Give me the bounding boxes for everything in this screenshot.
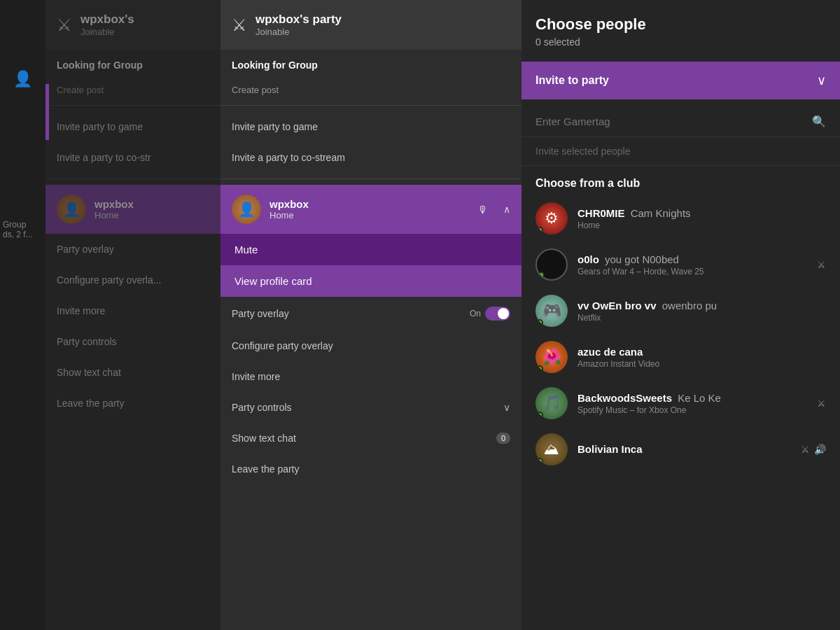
chevron-up-icon[interactable]: ∧ (503, 204, 510, 215)
friend-icons: ⚔ (817, 259, 826, 270)
right-panel: Choose people 0 selected Invite to party… (522, 0, 840, 630)
panel2-icon: ⚔ (232, 15, 247, 35)
friend-detail: Netflix (578, 313, 826, 323)
panel2-configure-overlay[interactable]: Configure party overlay (220, 330, 522, 361)
panel2-user-status: Home (270, 210, 309, 220)
toggle-switch[interactable] (485, 307, 510, 321)
panel1-divider (46, 105, 220, 106)
right-panel-header: Choose people 0 selected (522, 0, 840, 55)
panel1-leave-party[interactable]: Leave the party (46, 388, 220, 419)
friend-avatar: 🌺 (536, 341, 568, 373)
friend-item[interactable]: 🌺 azuc de cana Amazon Instant Video (522, 334, 840, 380)
invite-selected-label[interactable]: Invite selected people (522, 137, 840, 166)
panel2-avatar: 👤 (232, 195, 261, 224)
panel1-party-controls[interactable]: Party controls (46, 326, 220, 357)
friend-detail: Spotify Music – for Xbox One (578, 405, 807, 415)
panel-1: ⚔ wpxbox's Joinable Looking for Group Cr… (46, 0, 220, 630)
friend-avatar: ⚙ (536, 202, 568, 234)
panel1-create-post[interactable]: Create post (46, 80, 220, 99)
panel2-create-post[interactable]: Create post (220, 80, 522, 99)
friend-name: vv OwEn bro vv owenbro pu (578, 300, 826, 312)
panel2-header: ⚔ wpxbox's party Joinable (220, 0, 522, 50)
panel1-configure-overlay[interactable]: Configure party overla... (46, 265, 220, 295)
toggle-on-label: On (470, 309, 481, 318)
panel1-invite-more[interactable]: Invite more (46, 295, 220, 326)
nav-player-icon[interactable]: 👤 (0, 56, 46, 102)
panel-2: ⚔ wpxbox's party Joinable Looking for Gr… (220, 0, 522, 630)
friend-avatar: 🎵 (536, 387, 568, 419)
panel2-subtitle: Joinable (255, 27, 342, 37)
panel1-user-status: Home (94, 210, 134, 220)
invite-dropdown-label: Invite to party (536, 74, 609, 87)
friend-item[interactable]: 🎮 vv OwEn bro vv owenbro pu Netflix (522, 288, 840, 334)
online-dot (536, 227, 543, 234)
friend-name: o0lo you got N00bed (578, 253, 807, 265)
panel2-divider (220, 105, 522, 106)
friends-list: ⚙ CHR0MIE Cam Knights Home o0lo you got … (522, 195, 840, 472)
online-dot (536, 365, 543, 372)
context-mute[interactable]: Mute (220, 234, 522, 265)
panel1-icon: ⚔ (57, 15, 72, 35)
online-dot (536, 319, 543, 326)
gamertag-input[interactable] (536, 115, 805, 127)
invite-dropdown[interactable]: Invite to party ∨ (522, 62, 840, 99)
panel2-show-text-chat[interactable]: Show text chat 0 (220, 423, 522, 454)
panel1-header: ⚔ wpxbox's Joinable (46, 0, 220, 50)
online-dot (538, 272, 545, 279)
friend-name: Bolivian Inca (578, 443, 791, 455)
chevron-down-icon: ∨ (817, 73, 826, 88)
friend-item[interactable]: o0lo you got N00bed Gears of War 4 – Hor… (522, 241, 840, 288)
panel2-invite-party-game[interactable]: Invite party to game (220, 111, 522, 142)
toggle-overlay[interactable]: On (470, 307, 510, 321)
player-nav-icon: 👤 (13, 70, 32, 88)
friend-detail: Amazon Instant Video (578, 359, 826, 369)
online-dot (536, 458, 543, 465)
friend-item[interactable]: 🎵 BackwoodsSweets Ke Lo Ke Spotify Music… (522, 380, 840, 426)
panel2-divider2 (220, 178, 522, 179)
group-info-left: Group ds, 2 f... (0, 217, 46, 242)
right-panel-title: Choose people (536, 15, 826, 34)
panel2-invite-co-stream[interactable]: Invite a party to co-stream (220, 142, 522, 173)
friend-avatar: 🎮 (536, 295, 568, 327)
friend-icons: ⚔ 🔊 (801, 444, 826, 455)
mic-icon: 🎙 (477, 204, 488, 216)
friend-name: CHR0MIE Cam Knights (578, 207, 826, 219)
panel2-party-controls[interactable]: Party controls ∨ (220, 392, 522, 423)
panel1-invite-co-stream[interactable]: Invite a party to co-str (46, 142, 220, 173)
friend-avatar (536, 248, 568, 281)
panel1-subtitle: Joinable (80, 27, 134, 37)
panel1-divider2 (46, 178, 220, 179)
panel2-leave-party[interactable]: Leave the party (220, 454, 522, 484)
active-indicator (46, 84, 49, 140)
panel2-user-card[interactable]: 👤 wpxbox Home 🎙 ∧ (220, 185, 522, 234)
panel2-invite-more[interactable]: Invite more (220, 361, 522, 392)
panel2-party-overlay-label: Party overlay (232, 308, 289, 319)
friend-avatar: ⛰ (536, 433, 568, 465)
friend-name: BackwoodsSweets Ke Lo Ke (578, 392, 807, 404)
panel2-party-overlay-row[interactable]: Party overlay On (220, 297, 522, 330)
friend-detail: Gears of War 4 – Horde, Wave 25 (578, 267, 807, 276)
panel1-user-card[interactable]: 👤 wpxbox Home (46, 185, 220, 234)
panel1-show-text-chat[interactable]: Show text chat (46, 357, 220, 388)
friend-item[interactable]: ⚙ CHR0MIE Cam Knights Home (522, 195, 840, 241)
gamertag-row[interactable]: 🔍 (522, 106, 840, 137)
right-panel-subtitle: 0 selected (536, 36, 826, 48)
panel2-title: wpxbox's party (255, 13, 342, 27)
chat-badge: 0 (496, 433, 510, 444)
friend-name: azuc de cana (578, 346, 826, 358)
online-dot (536, 412, 543, 419)
context-view-profile[interactable]: View profile card (220, 265, 522, 297)
panel1-title: wpxbox's (80, 13, 134, 27)
panel1-looking-for-group[interactable]: Looking for Group (46, 50, 220, 80)
panel1-user-name: wpxbox (94, 198, 134, 210)
friend-detail: Home (578, 220, 826, 230)
panel2-looking-for-group[interactable]: Looking for Group (220, 50, 522, 80)
chevron-down-icon: ∨ (503, 402, 510, 413)
panel1-party-overlay[interactable]: Party overlay (46, 234, 220, 265)
panel1-avatar: 👤 (57, 195, 86, 224)
panel1-invite-party-game[interactable]: Invite party to game (46, 111, 220, 142)
choose-from-club-label: Choose from a club (522, 166, 840, 195)
friend-icons: ⚔ (817, 398, 826, 409)
panel2-user-name: wpxbox (270, 198, 309, 210)
friend-item[interactable]: ⛰ Bolivian Inca ⚔ 🔊 (522, 426, 840, 472)
